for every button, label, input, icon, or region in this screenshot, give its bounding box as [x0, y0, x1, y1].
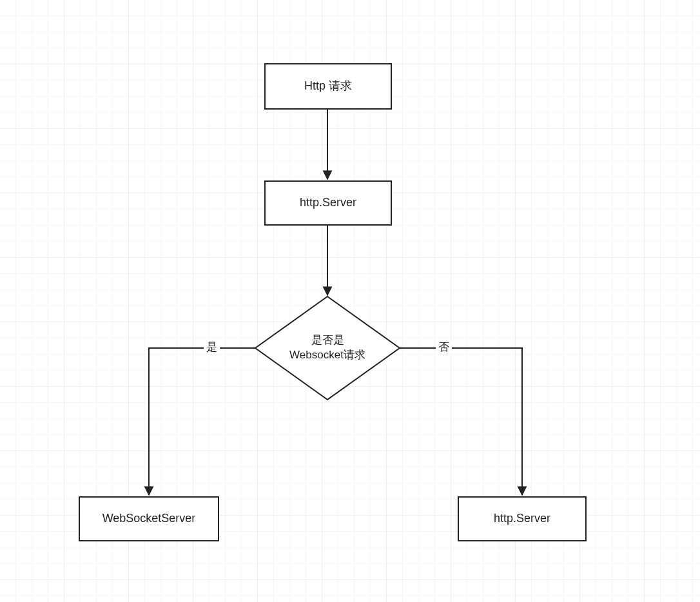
edge-decision-no [400, 348, 522, 495]
node-http-server-top-label: http.Server [300, 195, 356, 210]
decision-diamond-shape [255, 296, 400, 400]
edge-label-yes: 是 [204, 342, 220, 353]
node-websocket-server-label: WebSocketServer [102, 511, 196, 526]
decision-line-1: 是否是 [289, 333, 365, 348]
decision-line-2: Websocket请求 [289, 348, 365, 363]
node-http-server-right-label: http.Server [494, 511, 550, 526]
node-decision: 是否是 Websocket请求 [277, 329, 378, 367]
diagram-canvas: Http 请求 http.Server 是否是 Websocket请求 是 否 … [0, 0, 700, 602]
node-http-server-right: http.Server [458, 496, 587, 541]
edge-decision-yes [149, 348, 255, 495]
node-http-request: Http 请求 [264, 63, 392, 110]
node-websocket-server: WebSocketServer [79, 496, 219, 541]
edge-label-no: 否 [436, 342, 452, 353]
node-http-request-label: Http 请求 [304, 79, 352, 93]
node-http-server-top: http.Server [264, 180, 392, 226]
